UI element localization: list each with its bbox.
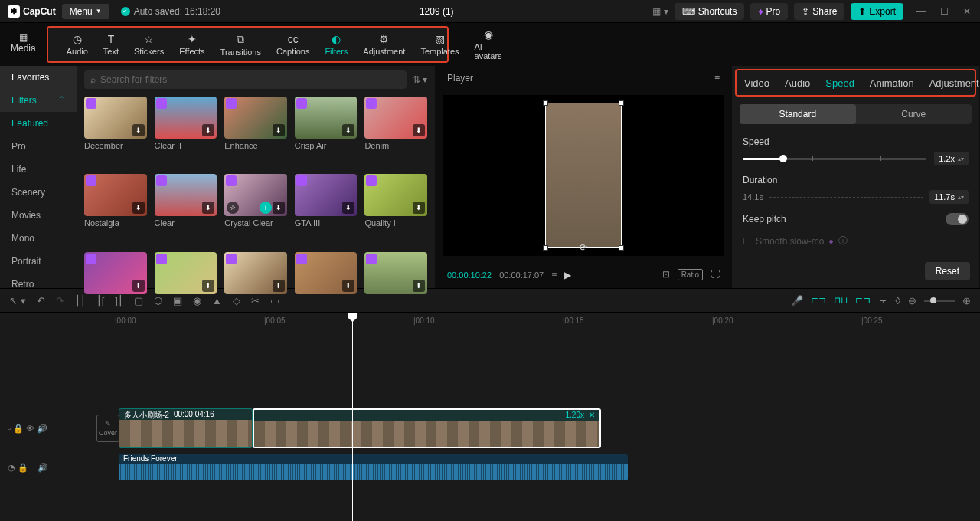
subtab-standard[interactable]: Standard [740,104,856,124]
crop-tool[interactable]: ✂ [251,295,260,306]
player-viewport[interactable]: ⟳ [443,95,724,256]
filter-sidebar: FavoritesFilters ⌃FeaturedProLifeScenery… [0,66,77,319]
undo-button[interactable]: ↶ [37,295,45,306]
layout-icon[interactable]: ▦ ▾ [652,6,668,17]
sidebar-movies[interactable]: Movies [0,204,77,227]
minimize-icon[interactable]: — [916,6,926,17]
app-logo: ✱CapCut [8,5,56,18]
rp-tab-video[interactable]: Video [737,73,777,93]
rp-tab-animation[interactable]: Animation [862,73,922,93]
filter-Enhance[interactable]: ⬇Enhance [224,97,287,169]
video-track-controls[interactable]: ▫ 🔒 👁 🔊 ⋯ [8,424,80,434]
reset-button[interactable]: Reset [925,262,970,280]
top-tab-adjustment[interactable]: ⚙Adjustment [355,31,413,57]
filter-Nostalgia[interactable]: ⬇Nostalgia [84,174,147,247]
sidebar-life[interactable]: Life [0,158,77,181]
audio-track-controls[interactable]: ◔ 🔒 🔊 ⋯ [8,463,80,473]
export-button[interactable]: ⬆ Export [851,3,903,20]
maximize-icon[interactable]: ☐ [939,6,949,17]
media-tab[interactable]: ▦ Media [8,26,39,63]
ruler-mark: |00:05 [264,316,286,325]
snap-tool-1[interactable]: ⊏⊐ [811,295,826,306]
smooth-slowmo-row: ☐Smooth slow-mo♦ⓘ [743,234,969,247]
sidebar-portrait[interactable]: Portrait [0,250,77,273]
play-button[interactable]: ▶ [564,270,571,280]
split-right-tool[interactable]: ]⎮ [115,295,123,306]
sidebar-pro[interactable]: Pro [0,135,77,158]
split-left-tool[interactable]: ⎮[ [96,295,105,306]
video-frame[interactable] [545,103,622,248]
cursor-tool[interactable]: ↖ ▾ [9,295,26,306]
scan-icon[interactable]: ⊡ [662,269,670,280]
filter-December[interactable]: ⬇December [84,97,147,169]
current-timecode: 00:00:10:22 [447,270,492,280]
rp-tab-audio[interactable]: Audio [777,73,818,93]
duration-to[interactable]: 11.7s▴▾ [929,190,969,204]
subtab-curve[interactable]: Curve [856,104,972,124]
top-tab-transitions[interactable]: ⧉Transitions [213,31,269,58]
video-clip-1[interactable]: 多人小剧场-200:00:04:16 [119,408,253,448]
filter-GTA III[interactable]: ⬇GTA III [295,174,358,247]
copy-tool[interactable]: ▣ [173,295,182,306]
filter-Quality I[interactable]: ⬇Quality I [364,174,427,247]
total-timecode: 00:00:17:07 [499,270,544,280]
cover-button[interactable]: ✎Cover [96,415,119,442]
mic-icon[interactable]: 🎤 [791,295,803,306]
snap-tool-3[interactable]: ⊏⊐ [855,295,871,306]
top-tab-stickers[interactable]: ☆Stickers [126,31,172,57]
rp-tab-adjustment[interactable]: Adjustment [922,73,980,93]
filter-Crisp Air[interactable]: ⬇Crisp Air [295,97,358,169]
speed-slider[interactable] [743,158,926,160]
redo-button[interactable]: ↷ [56,295,64,306]
ratio-button[interactable]: Ratio [678,269,703,280]
autosave-status: ✓Auto saved: 16:18:20 [121,6,220,17]
sidebar-scenery[interactable]: Scenery [0,181,77,204]
sort-button[interactable]: ⇅ ▾ [413,74,427,85]
ruler-mark: |00:25 [861,316,883,325]
top-tab-captions[interactable]: ccCaptions [269,31,317,57]
zoom-in[interactable]: ⊕ [962,295,971,306]
shield-tool[interactable]: ⬡ [154,295,162,306]
speed-label: Speed [743,136,969,147]
top-tab-filters[interactable]: ◐Filters [317,31,355,57]
snap-tool-2[interactable]: ⊓⊔ [834,295,848,306]
menu-button[interactable]: Menu ▼ [62,4,109,19]
list-icon[interactable]: ≡ [551,270,557,280]
rp-tab-speed[interactable]: Speed [818,73,862,93]
top-tab-effects[interactable]: ✦Effects [172,31,212,57]
frame-tool[interactable]: ▭ [270,295,279,306]
shortcuts-button[interactable]: ⌨ Shortcuts [675,3,745,20]
align-tool[interactable]: ⫟ [878,295,888,306]
pro-button[interactable]: ♦Pro [750,3,788,20]
rotate-tool[interactable]: ◇ [233,295,240,306]
playhead[interactable] [352,314,353,521]
sidebar-mono[interactable]: Mono [0,227,77,250]
filter-Clear[interactable]: ⬇Clear [155,174,217,247]
sidebar-featured[interactable]: Featured [0,112,77,135]
keep-pitch-label: Keep pitch [743,214,786,224]
record-tool[interactable]: ◉ [193,295,201,306]
speed-value[interactable]: 1.2x▴▾ [934,152,969,165]
player-menu-icon[interactable]: ≡ [714,73,720,84]
close-icon[interactable]: ✕ [962,6,972,17]
audio-clip[interactable]: Friends Forever [119,454,628,480]
search-input[interactable]: ⌕ Search for filters [84,70,407,89]
share-button[interactable]: ⇪ Share [794,3,844,20]
top-tab-audio[interactable]: ◷Audio [59,31,96,57]
keep-pitch-toggle[interactable] [946,213,969,225]
fullscreen-icon[interactable]: ⛶ [710,269,720,280]
ruler-mark: |00:15 [563,316,584,325]
filter-Denim[interactable]: ⬇Denim [364,97,427,169]
mirror-tool[interactable]: ▲ [212,295,222,306]
filter-Clear II[interactable]: ⬇Clear II [155,97,217,169]
top-tab-text[interactable]: TText [96,31,126,57]
split-tool[interactable]: ⎮⎮ [75,295,86,306]
sidebar-filters[interactable]: Filters ⌃ [0,89,77,112]
refresh-icon[interactable]: ⟳ [580,242,587,253]
video-clip-2-selected[interactable]: 1.20x✕ [253,408,601,448]
marker-tool[interactable]: ◊ [896,295,900,306]
delete-tool[interactable]: ▢ [134,295,143,306]
sidebar-favorites[interactable]: Favorites [0,66,77,89]
filter-Crystal Clear[interactable]: ☆+⬇Crystal Clear [224,174,287,247]
zoom-out[interactable]: ⊖ [908,295,916,306]
